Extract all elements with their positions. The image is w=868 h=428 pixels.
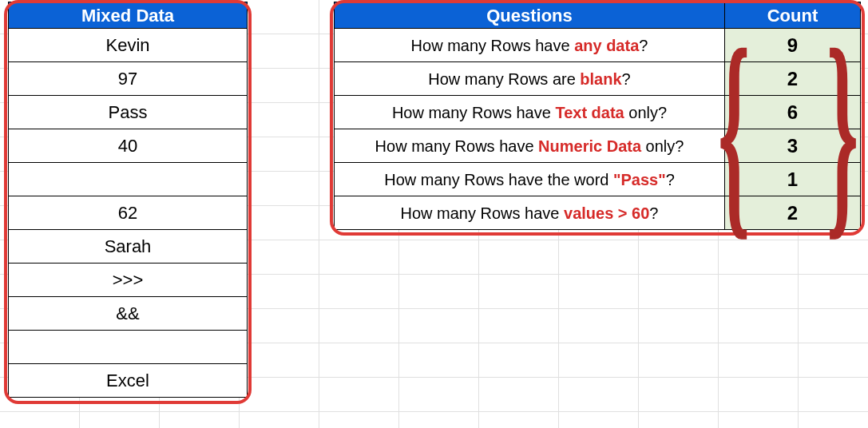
question-row: How many Rows have values > 60? 2 [334,196,861,230]
mixed-data-table: Mixed Data Kevin 97 Pass 40 62 Sarah >>>… [8,2,248,398]
q-text: How many Rows have [411,37,575,54]
question-row: How many Rows have the word "Pass"? 1 [334,163,861,196]
q-text: How many Rows have the word [384,171,613,188]
count-cell: 3 [725,129,861,163]
q-text: only? [624,104,667,121]
q-highlight: "Pass" [613,171,666,188]
q-text: How many Rows have [401,204,565,222]
question-row: How many Rows are blank? 2 [334,62,861,96]
q-text: ? [649,204,658,222]
q-text: only? [641,137,684,155]
questions-header: Questions [334,2,725,29]
q-text: ? [666,171,675,188]
q-highlight: any data [574,37,639,54]
q-text: How many Rows have [392,104,556,121]
question-row: How many Rows have Text data only? 6 [334,96,861,129]
q-highlight: blank [580,70,621,88]
q-text: ? [639,37,648,54]
question-cell: How many Rows are blank? [334,62,725,96]
count-cell: 9 [725,29,861,62]
questions-header-row: Questions Count [334,2,861,29]
question-cell: How many Rows have the word "Pass"? [334,163,725,196]
question-cell: How many Rows have any data? [334,29,725,62]
q-highlight: Numeric Data [538,137,641,155]
q-text: How many Rows have [375,137,539,155]
table-row [8,331,248,364]
table-row: Excel [8,364,248,398]
question-cell: How many Rows have Text data only? [334,96,725,129]
question-cell: How many Rows have values > 60? [334,196,725,230]
table-row: 97 [8,62,248,96]
table-row: Kevin [8,29,248,62]
table-row: 40 [8,129,248,163]
q-text: How many Rows are [428,70,580,88]
question-row: How many Rows have Numeric Data only? 3 [334,129,861,163]
count-header: Count [725,2,861,29]
questions-table: Questions Count How many Rows have any d… [334,2,861,230]
question-cell: How many Rows have Numeric Data only? [334,129,725,163]
table-row: >>> [8,264,248,297]
table-row: && [8,297,248,331]
table-row: Pass [8,96,248,129]
mixed-data-header: Mixed Data [8,2,248,29]
table-row: Sarah [8,230,248,264]
table-row [8,163,248,196]
count-cell: 2 [725,196,861,230]
q-highlight: values > 60 [564,204,649,222]
question-row: How many Rows have any data? 9 [334,29,861,62]
count-cell: 1 [725,163,861,196]
q-text: ? [622,70,631,88]
table-row: 62 [8,196,248,230]
count-cell: 6 [725,96,861,129]
q-highlight: Text data [555,104,624,121]
count-cell: 2 [725,62,861,96]
